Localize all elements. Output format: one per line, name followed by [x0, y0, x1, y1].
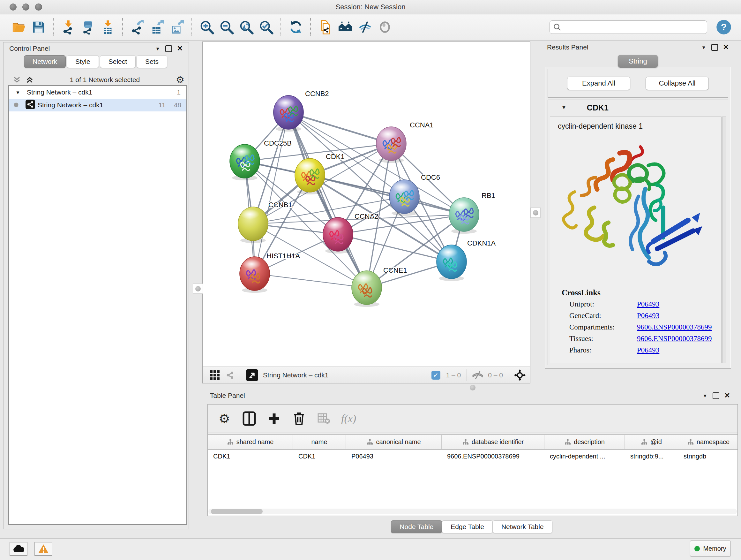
- collapse-all-icon[interactable]: [13, 76, 21, 84]
- column-header-namespace[interactable]: namespace: [678, 435, 738, 449]
- crosslink-link[interactable]: P06493: [637, 300, 659, 308]
- memory-label: Memory: [703, 545, 726, 552]
- network-node-CDK1[interactable]: CDK1: [295, 152, 345, 194]
- create-column-plus-icon[interactable]: [266, 411, 282, 426]
- table-options-gear-icon[interactable]: ⚙: [217, 411, 232, 426]
- crosslink-link[interactable]: P06493: [637, 346, 659, 354]
- edge-HIST1H1A-CCNE1[interactable]: [255, 273, 367, 288]
- collapse-panel-icon[interactable]: ▼: [703, 393, 708, 398]
- tab-edge-table[interactable]: Edge Table: [442, 520, 493, 533]
- import-network-button[interactable]: [58, 18, 78, 36]
- string-entry-cdk1: ▼ CDK1 cyclin-dependent kinase 1: [548, 100, 728, 365]
- tab-string[interactable]: String: [618, 55, 658, 68]
- export-network-button[interactable]: [128, 18, 147, 36]
- network-node-CDKN1A[interactable]: CDKN1A: [436, 239, 496, 281]
- column-header-database-identifier[interactable]: database identifier: [442, 435, 544, 449]
- network-badge-gray-icon[interactable]: [222, 369, 238, 381]
- search-box[interactable]: [549, 20, 707, 34]
- network-options-gear-icon[interactable]: ⚙: [176, 75, 185, 84]
- collapse-panel-icon[interactable]: ▼: [155, 46, 160, 51]
- float-panel-icon[interactable]: [713, 392, 719, 399]
- crosslink-link[interactable]: P06493: [637, 312, 659, 320]
- close-panel-icon[interactable]: ✕: [724, 391, 730, 400]
- tab-network[interactable]: Network: [24, 55, 66, 68]
- zoom-fit-button[interactable]: [237, 18, 256, 36]
- collapse-panel-icon[interactable]: ▼: [701, 45, 706, 50]
- refresh-layout-button[interactable]: [286, 18, 306, 36]
- crosslink-row: GeneCard:P06493: [550, 310, 721, 321]
- table-cell: 9606.ENSP00000378699: [442, 449, 544, 463]
- crosslink-link[interactable]: 9606.ENSP00000378699: [637, 323, 712, 331]
- search-input[interactable]: [561, 23, 704, 31]
- float-panel-icon[interactable]: [165, 45, 172, 52]
- memory-button[interactable]: Memory: [690, 541, 731, 557]
- show-hide-button[interactable]: [355, 18, 375, 36]
- edge-CCNB2-CCNE1[interactable]: [288, 112, 367, 288]
- table-hscrollbar[interactable]: [208, 509, 737, 514]
- show-columns-icon[interactable]: [242, 411, 257, 426]
- network-collection-row[interactable]: ▼ String Network – cdk1 1: [9, 86, 186, 99]
- birdseye-view-icon[interactable]: [245, 369, 260, 381]
- tree-expand-icon[interactable]: ▼: [9, 90, 27, 95]
- current-network-dot-icon: [9, 101, 23, 109]
- network-from-file-button[interactable]: [316, 18, 335, 36]
- export-image-button[interactable]: [167, 18, 187, 36]
- table-header-row: shared namenamecanonical namedatabase id…: [208, 435, 738, 449]
- close-panel-icon[interactable]: ✕: [723, 43, 729, 51]
- network-node-HIST1H1A[interactable]: HIST1H1A: [240, 252, 300, 293]
- expand-all-button[interactable]: Expand All: [567, 77, 630, 90]
- edge-CCNB2-CCNA1[interactable]: [288, 112, 391, 144]
- node-label-CDC25B: CDC25B: [264, 139, 292, 147]
- save-session-button[interactable]: [29, 18, 49, 36]
- network-row[interactable]: String Network – cdk1 11 48: [9, 99, 186, 111]
- grid-view-icon[interactable]: [207, 369, 222, 381]
- collapse-all-button[interactable]: Collapse All: [646, 77, 709, 90]
- export-table-button[interactable]: [147, 18, 167, 36]
- left-splitter-handle[interactable]: [193, 284, 203, 294]
- table-cell: stringdb:9...: [625, 449, 678, 463]
- tab-sets[interactable]: Sets: [137, 55, 167, 68]
- column-header-description[interactable]: description: [544, 435, 625, 449]
- expand-all-icon[interactable]: [25, 76, 34, 84]
- preview-button[interactable]: [375, 18, 395, 36]
- delete-column-trash-icon[interactable]: [291, 411, 307, 426]
- crosslink-link[interactable]: 9606.ENSP00000378699: [637, 334, 712, 343]
- edge-CDK1-RB1[interactable]: [310, 175, 464, 214]
- zoom-out-button[interactable]: [217, 18, 237, 36]
- network-canvas[interactable]: CCNB2CCNA1CDC25BCDK1CDC6RB1CCNB1CCNA2CDK…: [203, 42, 530, 367]
- column-header--id[interactable]: @id: [625, 435, 678, 449]
- cloud-service-button[interactable]: [10, 542, 27, 556]
- help-button[interactable]: ?: [716, 19, 732, 36]
- import-database-icon: [81, 20, 95, 35]
- entry-collapse-icon[interactable]: ▼: [561, 105, 566, 111]
- table-hscrollbar-thumb[interactable]: [211, 509, 263, 514]
- fit-content-crosshair-icon[interactable]: [512, 369, 528, 381]
- open-file-button[interactable]: [9, 18, 29, 36]
- close-panel-icon[interactable]: ✕: [177, 44, 183, 53]
- column-header-name[interactable]: name: [293, 435, 346, 449]
- network-node-CCNB2[interactable]: CCNB2: [273, 90, 329, 132]
- cloud-icon: [13, 545, 24, 553]
- tab-network-table[interactable]: Network Table: [493, 520, 552, 533]
- tab-node-table[interactable]: Node Table: [391, 520, 442, 533]
- import-database-button[interactable]: [78, 18, 98, 36]
- zoom-out-icon: [219, 20, 234, 35]
- network-node-RB1[interactable]: RB1: [449, 192, 495, 234]
- zoom-in-button[interactable]: [197, 18, 217, 36]
- selected-checkbox-icon[interactable]: ✓: [431, 371, 441, 380]
- entry-scrollbar[interactable]: [722, 117, 726, 363]
- float-panel-icon[interactable]: [711, 44, 718, 51]
- column-header-shared-name[interactable]: shared name: [208, 435, 293, 449]
- table-row[interactable]: CDK1CDK1P064939606.ENSP00000378699cyclin…: [208, 449, 738, 463]
- warnings-button[interactable]: [35, 542, 52, 556]
- network-node-CDC6[interactable]: CDC6: [389, 173, 440, 216]
- column-header-canonical-name[interactable]: canonical name: [346, 435, 442, 449]
- tab-select[interactable]: Select: [100, 55, 136, 68]
- edge-CCNB2-HIST1H1A[interactable]: [255, 112, 288, 273]
- network-node-CCNE1[interactable]: CCNE1: [352, 266, 407, 307]
- import-table-button[interactable]: [98, 18, 118, 36]
- tab-style[interactable]: Style: [67, 55, 99, 68]
- zoom-selected-button[interactable]: [256, 18, 276, 36]
- first-neighbors-button[interactable]: [335, 18, 355, 36]
- entry-name: CDK1: [587, 103, 609, 112]
